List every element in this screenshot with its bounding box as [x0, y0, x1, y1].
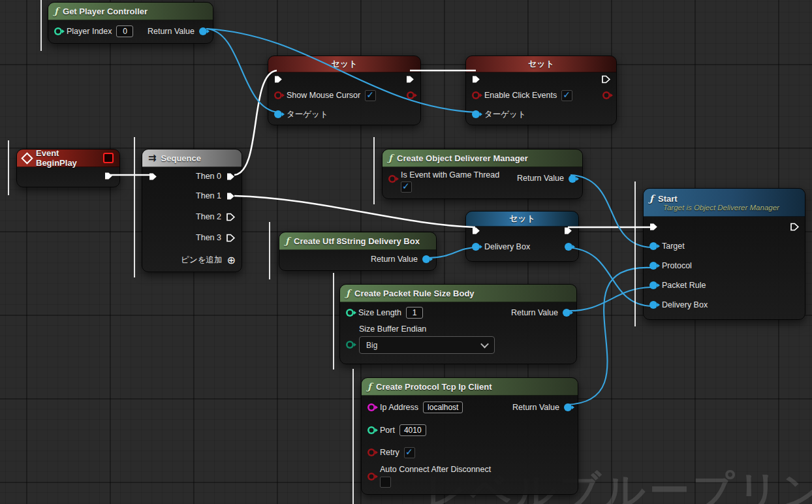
pin-label: Then 2: [196, 212, 221, 221]
pin-delivery-box-out[interactable]: [565, 243, 572, 251]
pin-enable-click-events-in[interactable]: [472, 91, 480, 99]
node-header[interactable]: ƒ Create Utf 8String Delivery Box: [279, 232, 436, 250]
enable-click-events-checkbox[interactable]: [561, 90, 572, 101]
node-header[interactable]: ƒ Create Protocol Tcp Ip Client: [362, 378, 578, 396]
exec-in-pin[interactable]: [148, 172, 158, 181]
size-length-input[interactable]: 1: [406, 307, 423, 319]
function-icon: ƒ: [388, 153, 392, 163]
node-title: Create Object Deliverer Manager: [397, 153, 528, 163]
node-set-show-mouse-cursor[interactable]: セット Show Mouse Cursor ターゲット: [268, 55, 421, 125]
pin-start-packet-rule[interactable]: [649, 281, 657, 289]
pin-label: Enable Click Events: [484, 91, 557, 100]
exec-then0-pin[interactable]: [226, 172, 236, 181]
add-pin-icon[interactable]: ⊕: [227, 254, 236, 266]
node-title: Start: [658, 194, 678, 204]
node-header[interactable]: セット: [466, 56, 616, 72]
node-set-enable-click-events[interactable]: セット Enable Click Events ターゲット: [465, 55, 617, 125]
pin-label: Delivery Box: [484, 242, 530, 251]
function-icon: ƒ: [367, 381, 371, 392]
pin-show-mouse-cursor-out[interactable]: [407, 91, 414, 99]
pin-return-value[interactable]: [422, 255, 430, 263]
pin-auto-connect-after-disconnect[interactable]: [367, 473, 375, 480]
node-sequence[interactable]: ⇉ Sequence Then 0 Then 1 Then 2 Then 3 ピ…: [142, 149, 242, 272]
node-event-beginplay[interactable]: Event BeginPlay: [16, 149, 120, 187]
exec-in-pin[interactable]: [649, 222, 659, 232]
exec-then1-pin[interactable]: [226, 191, 236, 201]
exec-in-pin[interactable]: [471, 226, 481, 236]
node-header[interactable]: セット: [466, 212, 578, 227]
pin-label: Show Mouse Cursor: [287, 91, 360, 100]
pin-label: Size Length: [358, 308, 401, 317]
pin-player-index[interactable]: [54, 27, 62, 35]
function-icon: ƒ: [346, 288, 350, 298]
pin-delivery-box-in[interactable]: [472, 243, 480, 251]
exec-then2-pin[interactable]: [226, 212, 236, 222]
node-create-object-deliverer-manager[interactable]: ƒ Create Object Deliverer Manager Is Eve…: [382, 149, 583, 199]
pin-is-event-with-game-thread[interactable]: [388, 175, 396, 183]
pin-return-value[interactable]: [564, 403, 572, 411]
is-event-with-game-thread-checkbox[interactable]: [401, 181, 412, 193]
player-index-input[interactable]: 0: [116, 25, 133, 37]
node-get-player-controller[interactable]: ƒ Get Player Controller Player Index 0 R…: [48, 2, 213, 44]
node-header[interactable]: ƒ Create Object Deliverer Manager: [383, 150, 582, 167]
pin-start-delivery-box[interactable]: [649, 301, 657, 309]
add-pin-button[interactable]: ピンを追加: [181, 255, 222, 266]
pin-size-buffer-endian[interactable]: [346, 341, 354, 349]
size-buffer-endian-dropdown[interactable]: Big: [359, 336, 495, 354]
pin-label: Auto Connect After Disconnect: [380, 465, 491, 474]
pin-size-length[interactable]: [346, 309, 354, 317]
pin-return-value[interactable]: [563, 309, 570, 317]
node-create-utf8string-delivery-box[interactable]: ƒ Create Utf 8String Delivery Box Return…: [279, 232, 437, 271]
exec-then3-pin[interactable]: [226, 233, 236, 243]
pin-retry[interactable]: [367, 449, 375, 456]
pin-target[interactable]: [274, 110, 282, 118]
exec-in-pin[interactable]: [273, 74, 283, 84]
show-mouse-cursor-checkbox[interactable]: [365, 90, 376, 101]
node-header[interactable]: Event BeginPlay: [17, 150, 119, 167]
pin-return-value[interactable]: [569, 175, 576, 183]
wire-packetrule-packetrule[interactable]: [567, 287, 651, 311]
pin-enable-click-events-out[interactable]: [602, 91, 610, 99]
exec-out-pin[interactable]: [790, 222, 800, 232]
node-header[interactable]: ⇉ Sequence: [142, 150, 242, 167]
wire-set3-deliverybox[interactable]: [567, 247, 651, 306]
wire-tcpclient-protocol[interactable]: [566, 268, 651, 405]
pin-port[interactable]: [367, 426, 375, 434]
node-title: Create Protocol Tcp Ip Client: [376, 382, 492, 392]
node-create-protocol-tcp-ip-client[interactable]: ƒ Create Protocol Tcp Ip Client Ip Addre…: [361, 377, 578, 495]
node-title: Event BeginPlay: [36, 148, 99, 168]
pin-label: Return Value: [148, 27, 195, 36]
exec-out-pin[interactable]: [563, 226, 573, 236]
retry-checkbox[interactable]: [404, 447, 415, 458]
node-header[interactable]: セット: [268, 56, 420, 72]
node-start[interactable]: ƒ Start Target is Object Deliverer Manag…: [643, 188, 805, 320]
exec-out-pin[interactable]: [601, 74, 611, 84]
exec-out-pin[interactable]: [405, 74, 415, 84]
wire-exec-then1-set3[interactable]: [234, 196, 475, 227]
pin-show-mouse-cursor-in[interactable]: [274, 91, 282, 99]
dropdown-value: Big: [366, 341, 377, 350]
alignment-guide: [333, 273, 334, 370]
pin-target[interactable]: [472, 110, 480, 118]
pin-return-value[interactable]: [199, 27, 207, 35]
node-create-packet-rule-size-body[interactable]: ƒ Create Packet Rule Size Body Size Leng…: [339, 284, 577, 364]
node-header[interactable]: ƒ Start Target is Object Deliverer Manag…: [644, 189, 805, 217]
pin-start-target[interactable]: [649, 242, 657, 250]
node-set-delivery-box[interactable]: セット Delivery Box: [465, 211, 579, 262]
node-title: セット: [528, 58, 554, 70]
blueprint-graph-canvas[interactable]: レベルブループリント ƒ Get Player Controller Playe…: [0, 0, 812, 504]
exec-in-pin[interactable]: [471, 74, 481, 84]
pin-label: ターゲット: [287, 109, 328, 120]
auto-connect-checkbox[interactable]: [380, 477, 391, 488]
chevron-down-icon: [480, 340, 489, 349]
pin-label: Return Value: [511, 308, 558, 317]
event-enabled-indicator[interactable]: [103, 153, 114, 163]
exec-out-pin[interactable]: [104, 171, 114, 181]
node-header[interactable]: ƒ Get Player Controller: [48, 3, 213, 20]
pin-start-protocol[interactable]: [649, 262, 657, 270]
port-input[interactable]: 4010: [399, 424, 426, 436]
pin-ip-address[interactable]: [367, 403, 375, 411]
node-header[interactable]: ƒ Create Packet Rule Size Body: [340, 285, 576, 302]
alignment-guide: [634, 181, 636, 326]
ip-address-input[interactable]: localhost: [423, 402, 463, 413]
